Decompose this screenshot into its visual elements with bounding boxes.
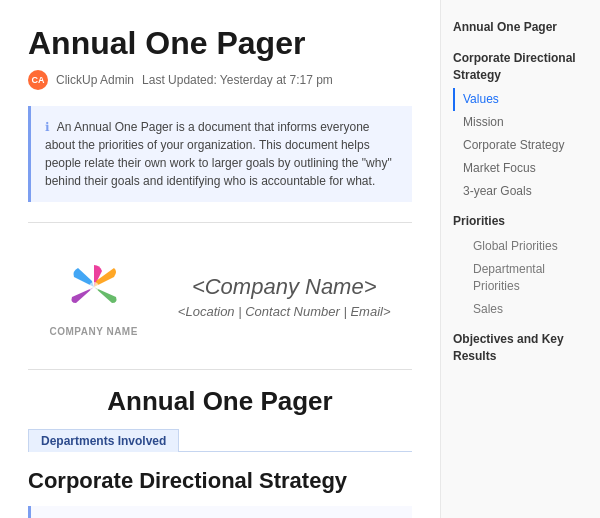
main-content: Annual One Pager CA ClickUp Admin Last U… [0,0,440,518]
sidebar: Annual One PagerCorporate Directional St… [440,0,600,518]
strategy-box: A directional strategy helps businesses … [28,506,412,518]
tab-underline [179,429,412,452]
info-icon: ℹ [45,118,50,136]
sidebar-item[interactable]: Priorities [453,210,588,233]
svg-point-0 [89,282,99,292]
author-name: ClickUp Admin [56,73,134,87]
sidebar-item[interactable]: Values [453,88,588,111]
annual-one-pager-heading: Annual One Pager [28,386,412,417]
last-updated: Last Updated: Yesterday at 7:17 pm [142,73,333,87]
tabs-row: Departments Involved [28,429,412,452]
sidebar-item[interactable]: Mission [453,111,588,134]
sidebar-item[interactable]: Corporate Directional Strategy [453,47,588,87]
company-section: COMPANY NAME <Company Name> <Location | … [28,239,412,353]
doc-meta: CA ClickUp Admin Last Updated: Yesterday… [28,70,412,90]
sidebar-item[interactable]: Corporate Strategy [453,134,588,157]
divider-1 [28,222,412,223]
company-info: <Company Name> <Location | Contact Numbe… [178,274,391,319]
company-logo: COMPANY NAME [49,255,137,337]
sidebar-item[interactable]: 3-year Goals [453,180,588,203]
logo-svg [62,255,126,319]
departments-tab[interactable]: Departments Involved [28,429,179,452]
page-title: Annual One Pager [28,24,412,62]
divider-2 [28,369,412,370]
sidebar-item[interactable]: Departmental Priorities [453,258,588,298]
info-box: ℹ An Annual One Pager is a document that… [28,106,412,202]
corporate-section: Corporate Directional Strategy A directi… [28,468,412,518]
corporate-heading: Corporate Directional Strategy [28,468,412,494]
sidebar-item[interactable]: Annual One Pager [453,16,588,39]
info-box-text: An Annual One Pager is a document that i… [45,120,392,188]
company-name-placeholder: <Company Name> [178,274,391,300]
avatar: CA [28,70,48,90]
company-name-label: COMPANY NAME [49,326,137,337]
sidebar-item[interactable]: Market Focus [453,157,588,180]
sidebar-item[interactable]: Sales [453,298,588,321]
sidebar-item[interactable]: Global Priorities [453,235,588,258]
company-contact: <Location | Contact Number | Email> [178,304,391,319]
sidebar-item[interactable]: Objectives and Key Results [453,328,588,368]
